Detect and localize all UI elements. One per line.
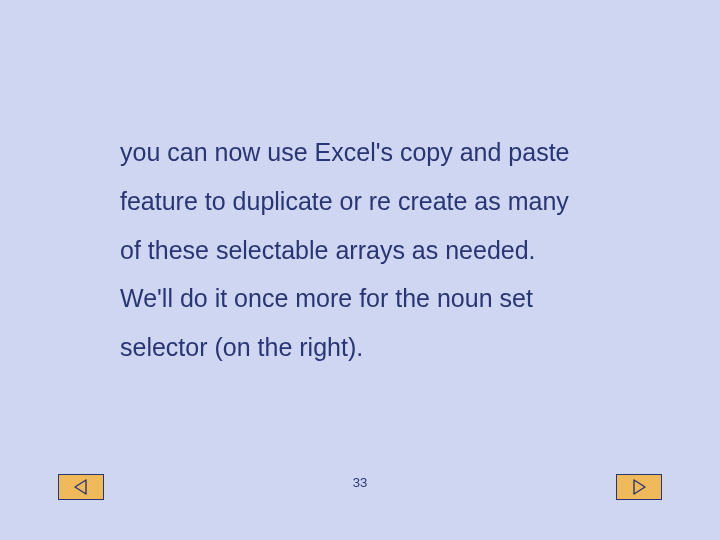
svg-marker-1 (634, 480, 645, 494)
next-slide-button[interactable] (616, 474, 662, 500)
svg-marker-0 (75, 480, 86, 494)
triangle-left-icon (72, 478, 90, 496)
page-number: 33 (0, 475, 720, 490)
prev-slide-button[interactable] (58, 474, 104, 500)
triangle-right-icon (630, 478, 648, 496)
slide-body-text: you can now use Excel's copy and paste f… (120, 128, 590, 372)
